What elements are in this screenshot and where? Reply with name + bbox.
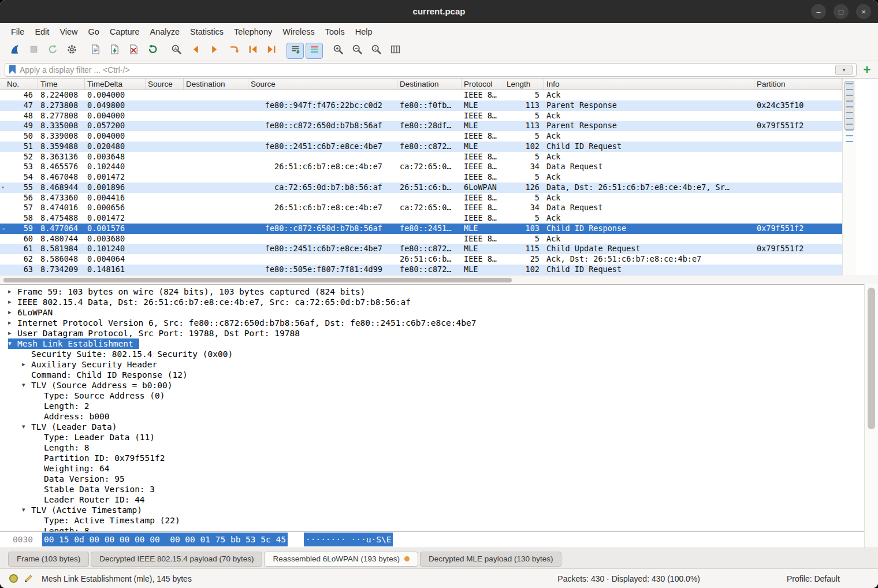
auto-scroll-button[interactable] (287, 43, 304, 59)
save-file-button[interactable] (106, 43, 123, 59)
packet-row-50[interactable]: 508.3390080.004000IEEE 8…5Ack (0, 131, 842, 142)
tree-collapsed-icon[interactable]: ▸ (8, 328, 17, 338)
column-header-info[interactable]: Info (544, 79, 754, 90)
packet-row-61[interactable]: 618.5819840.101240fe80::2451:c6b7:e8ce:4… (0, 244, 842, 254)
previous-packet-button[interactable] (187, 43, 204, 59)
menu-go[interactable]: Go (83, 23, 105, 40)
detail-line[interactable]: Address: b000 (0, 411, 864, 422)
status-profile[interactable]: Profile: Default (787, 574, 869, 583)
close-file-button[interactable] (125, 43, 142, 59)
tree-collapsed-icon[interactable]: ▸ (8, 286, 17, 297)
packet-row-53[interactable]: 538.4655760.10244026:51:c6:b7:e8:ce:4b:e… (0, 162, 842, 172)
menu-wireless[interactable]: Wireless (277, 23, 320, 40)
detail-line[interactable]: Length: 8 (0, 442, 864, 453)
reload-button[interactable] (144, 43, 161, 59)
detail-line[interactable]: Security Suite: 802.15.4 Security (0x00) (0, 349, 864, 359)
zoom-original-button[interactable]: 1 (367, 43, 385, 59)
detail-line[interactable]: Data Version: 95 (0, 474, 864, 484)
packet-row-51[interactable]: 518.3594880.020480fe80::2451:c6b7:e8ce:4… (0, 142, 842, 152)
packet-list-horizontal-scrollbar[interactable] (0, 275, 842, 284)
detail-line[interactable]: ▸Auxiliary Security Header (0, 359, 864, 370)
start-capture-button[interactable] (6, 43, 23, 59)
zoom-out-button[interactable] (348, 43, 366, 59)
detail-line[interactable]: Stable Data Version: 3 (0, 484, 864, 494)
goto-packet-button[interactable] (225, 43, 242, 59)
capture-options-button[interactable] (63, 43, 80, 59)
capture-comment-pencil-icon[interactable] (24, 574, 34, 583)
packet-row-47[interactable]: 478.2738080.049800fe80::947f:f476:22bc:c… (0, 101, 842, 111)
menu-help[interactable]: Help (350, 23, 378, 40)
add-filter-button[interactable]: + (861, 64, 873, 76)
packet-list-vertical-scrollbar[interactable] (842, 79, 856, 275)
column-header-no-[interactable]: No. (0, 79, 38, 90)
menu-tools[interactable]: Tools (320, 23, 350, 40)
find-packet-button[interactable]: A (168, 43, 185, 59)
packet-row-55[interactable]: 55•8.4689440.001896ca:72:65:0d:b7:b8:56:… (0, 183, 842, 193)
detail-line[interactable]: Type: Source Address (0) (0, 390, 864, 401)
menu-telephony[interactable]: Telephony (229, 23, 277, 40)
zoom-in-button[interactable] (329, 43, 347, 59)
column-header-timedelta[interactable]: TimeDelta (85, 79, 146, 90)
detail-line[interactable]: Weighting: 64 (0, 463, 864, 474)
filter-input-wrap[interactable]: ▾ (5, 63, 857, 77)
next-packet-button[interactable] (206, 43, 223, 59)
filter-history-dropdown[interactable]: ▾ (835, 65, 853, 75)
tree-expanded-icon[interactable]: ▾ (22, 380, 31, 390)
filter-input[interactable] (20, 65, 831, 75)
column-header-length[interactable]: Length (504, 79, 544, 90)
tree-collapsed-icon[interactable]: ▸ (8, 297, 17, 307)
detail-line[interactable]: ▸User Datagram Protocol, Src Port: 19788… (0, 328, 864, 338)
detail-line[interactable]: Partition ID: 0x79f551f2 (0, 453, 864, 463)
column-header-protocol[interactable]: Protocol (462, 79, 504, 90)
resize-columns-button[interactable] (386, 43, 404, 59)
last-packet-button[interactable] (263, 43, 280, 59)
menu-analyze[interactable]: Analyze (144, 23, 185, 40)
byte-view-tab[interactable]: Frame (103 bytes) (8, 552, 89, 567)
stop-capture-button[interactable] (25, 43, 42, 59)
packet-row-59[interactable]: 59→8.4770640.001576fe80::c872:650d:b7b8:… (0, 224, 842, 234)
detail-line[interactable]: ▸Frame 59: 103 bytes on wire (824 bits),… (0, 286, 864, 297)
packet-row-46[interactable]: 468.2240080.004000IEEE 8…5Ack (0, 90, 842, 101)
scrollbar-thumb[interactable] (844, 81, 854, 131)
packet-row-57[interactable]: 578.4740160.00065626:51:c6:b7:e8:ce:4b:e… (0, 203, 842, 213)
packet-row-48[interactable]: 488.2778080.004000IEEE 8…5Ack (0, 111, 842, 121)
detail-line[interactable]: ▸Internet Protocol Version 6, Src: fe80:… (0, 318, 864, 328)
detail-line[interactable]: Leader Router ID: 44 (0, 494, 864, 505)
menu-capture[interactable]: Capture (105, 23, 145, 40)
packet-row-58[interactable]: 588.4754880.001472IEEE 8…5Ack (0, 213, 842, 224)
details-vertical-scrollbar[interactable] (864, 284, 878, 548)
byte-view-tab[interactable]: Decrypted MLE payload (130 bytes) (420, 552, 561, 567)
packet-row-60[interactable]: 608.4807440.003680IEEE 8…5Ack (0, 234, 842, 244)
tree-collapsed-icon[interactable]: ▸ (22, 359, 31, 370)
titlebar[interactable]: current.pcap –□× (0, 0, 878, 23)
column-header-partition[interactable]: Partition (754, 79, 842, 90)
detail-line[interactable]: Length: 2 (0, 401, 864, 411)
column-header-destination[interactable]: Destination (397, 79, 462, 90)
column-header-source[interactable]: Source (248, 79, 397, 90)
packet-row-52[interactable]: 528.3631360.003648IEEE 8…5Ack (0, 152, 842, 162)
column-header-source[interactable]: Source (146, 79, 184, 90)
detail-line[interactable]: ▾TLV (Leader Data) (0, 422, 864, 432)
scrollbar-thumb[interactable] (868, 288, 875, 429)
byte-view-tab[interactable]: Reassembled 6LoWPAN (193 bytes) (264, 552, 418, 567)
column-header-destination[interactable]: Destination (184, 79, 248, 90)
scrollbar-thumb[interactable] (3, 278, 512, 282)
byte-view-tab[interactable]: Decrypted IEEE 802.15.4 payload (70 byte… (91, 552, 262, 567)
hex-bytes-selected[interactable]: 00 15 0d 00 00 00 00 00 00 00 01 75 bb 5… (42, 533, 288, 546)
first-packet-button[interactable] (244, 43, 261, 59)
menu-statistics[interactable]: Statistics (185, 23, 229, 40)
tree-collapsed-icon[interactable]: ▸ (8, 318, 17, 328)
detail-line[interactable]: ▾Mesh Link Establishment (0, 338, 864, 349)
packet-row-54[interactable]: 548.4670480.001472IEEE 8…5Ack (0, 172, 842, 183)
packet-row-49[interactable]: 498.3350080.057200fe80::c872:650d:b7b8:5… (0, 121, 842, 131)
detail-line[interactable]: Type: Active Timestamp (22) (0, 515, 864, 526)
menu-file[interactable]: File (6, 23, 29, 40)
detail-line[interactable]: Command: Child ID Response (12) (0, 370, 864, 380)
menu-edit[interactable]: Edit (29, 23, 54, 40)
tree-expanded-icon[interactable]: ▾ (8, 338, 17, 349)
menu-view[interactable]: View (54, 23, 83, 40)
detail-line[interactable]: Length: 8 (0, 526, 864, 531)
open-file-button[interactable] (87, 43, 104, 59)
restart-capture-button[interactable] (44, 43, 61, 59)
hex-ascii-selected[interactable]: ········ ···u·S\E (304, 533, 393, 546)
